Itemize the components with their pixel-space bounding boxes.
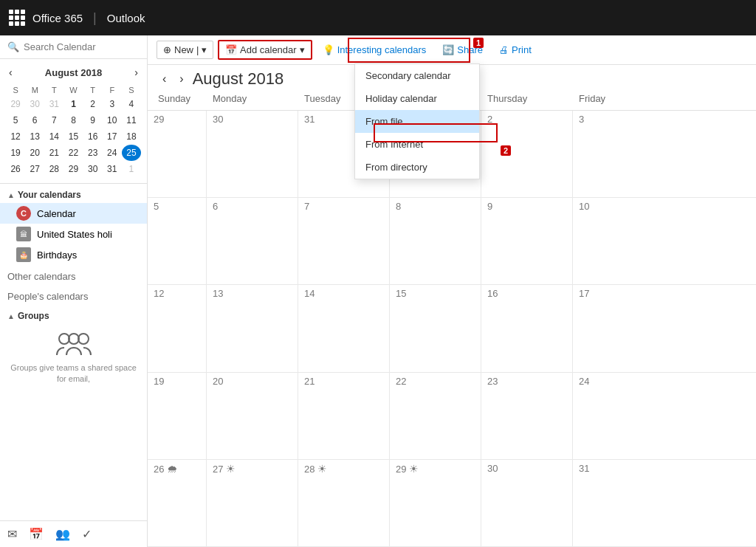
mini-day[interactable]: 28	[44, 161, 63, 177]
mini-day[interactable]: 15	[63, 128, 83, 145]
mini-day[interactable]: 13	[25, 128, 44, 145]
people-nav-icon[interactable]: 👥	[55, 527, 70, 541]
search-input[interactable]	[24, 41, 140, 52]
mini-day[interactable]: 27	[25, 161, 44, 177]
calendar-item-us-holidays[interactable]: 🏛 United States holi	[0, 224, 147, 244]
cal-cell[interactable]: 27☀	[207, 460, 298, 546]
mini-cal-next[interactable]: ›	[131, 65, 141, 80]
add-calendar-dropdown: Secondary calendar Holiday calendar From…	[354, 63, 480, 179]
mail-nav-icon[interactable]: ✉	[7, 527, 17, 541]
groups-header[interactable]: ▲ Groups	[0, 305, 147, 324]
mini-day[interactable]: 11	[122, 112, 141, 128]
mini-day[interactable]: 19	[6, 145, 25, 161]
dropdown-from-file[interactable]: From file	[355, 110, 479, 133]
dropdown-from-internet[interactable]: From Internet	[355, 133, 479, 156]
mini-day[interactable]: 24	[103, 145, 122, 161]
calendar-icon-sq: 🏛	[16, 227, 31, 241]
mini-day[interactable]: 6	[25, 112, 44, 128]
peoples-calendars-header[interactable]: People's calendars	[0, 285, 147, 305]
cal-cell[interactable]: 30	[207, 111, 298, 197]
mini-day[interactable]: 2	[83, 96, 103, 112]
other-calendars-header[interactable]: Other calendars	[0, 265, 147, 285]
search-bar[interactable]: 🔍	[0, 35, 147, 59]
mini-day[interactable]: 14	[44, 128, 63, 145]
day-header-sunday: Sunday	[148, 90, 207, 107]
mini-day[interactable]: 3	[103, 96, 122, 112]
mini-day[interactable]: 29	[63, 161, 83, 177]
cal-cell[interactable]: 2	[481, 111, 573, 197]
dropdown-secondary-calendar[interactable]: Secondary calendar	[355, 64, 479, 87]
mini-day[interactable]: 20	[25, 145, 44, 161]
mini-day[interactable]: 23	[83, 145, 103, 161]
day-header-t: T	[44, 84, 63, 96]
cal-cell[interactable]: 12	[148, 285, 207, 371]
mini-day[interactable]: 31	[103, 161, 122, 177]
calendar-nav-icon[interactable]: 📅	[29, 527, 44, 541]
cal-next-arrow[interactable]: ›	[175, 71, 188, 87]
mini-day[interactable]: 31	[44, 96, 63, 112]
main-content: ⊕ New | ▾ 📅 Add calendar ▾ 1 💡 Interesti…	[148, 35, 756, 547]
cal-row-2: 5 6 7 8 9 10	[148, 198, 756, 285]
cal-cell[interactable]: 13	[207, 285, 298, 371]
mini-day[interactable]: 17	[103, 128, 122, 145]
cal-cell[interactable]: 20	[207, 373, 298, 459]
cal-cell[interactable]: 6	[207, 198, 298, 284]
waffle-icon[interactable]	[9, 10, 25, 26]
new-button[interactable]: ⊕ New | ▾	[157, 41, 213, 59]
mini-day[interactable]: 8	[63, 112, 83, 128]
mini-day[interactable]: 10	[103, 112, 122, 128]
mini-day[interactable]: 4	[122, 96, 141, 112]
mini-day[interactable]: 18	[122, 128, 141, 145]
mini-day[interactable]: 26	[6, 161, 25, 177]
mini-day[interactable]: 7	[44, 112, 63, 128]
cal-cell[interactable]: 3	[573, 111, 664, 197]
dropdown-holiday-calendar[interactable]: Holiday calendar	[355, 87, 479, 110]
mini-day[interactable]: 12	[6, 128, 25, 145]
tasks-nav-icon[interactable]: ✓	[82, 527, 92, 541]
cal-cell[interactable]: 26🌧	[148, 460, 207, 546]
cal-cell[interactable]: 29	[148, 111, 207, 197]
mini-day[interactable]: 1	[122, 161, 141, 177]
cal-cell[interactable]: 28☀	[298, 460, 390, 546]
mini-day[interactable]: 5	[6, 112, 25, 128]
cal-cell[interactable]: 17	[573, 285, 664, 371]
cal-cell[interactable]: 8	[390, 198, 481, 284]
cal-prev-arrow[interactable]: ‹	[158, 71, 171, 87]
cal-cell[interactable]: 22	[390, 373, 481, 459]
cal-cell[interactable]: 5	[148, 198, 207, 284]
mini-day-today[interactable]: 25	[122, 145, 141, 161]
mini-day[interactable]: 16	[83, 128, 103, 145]
your-calendars-header[interactable]: ▲ Your calendars	[0, 184, 147, 203]
cal-cell[interactable]: 21	[298, 373, 390, 459]
cal-cell[interactable]: 10	[573, 198, 664, 284]
cal-cell[interactable]: 14	[298, 285, 390, 371]
mini-day[interactable]: 1	[63, 96, 83, 112]
cal-cell[interactable]: 30	[481, 460, 573, 546]
print-button[interactable]: 🖨 Print	[493, 41, 537, 58]
cal-cell[interactable]: 24	[573, 373, 664, 459]
svg-point-1	[78, 334, 89, 344]
dropdown-from-directory[interactable]: From directory	[355, 156, 479, 179]
cal-cell[interactable]: 16	[481, 285, 573, 371]
cal-cell[interactable]: 29☀	[390, 460, 481, 546]
mini-cal-prev[interactable]: ‹	[6, 65, 16, 80]
print-icon: 🖨	[499, 44, 509, 55]
share-button[interactable]: 🔄 Share	[436, 41, 489, 58]
calendar-item-birthdays[interactable]: 🎂 Birthdays	[0, 244, 147, 265]
mini-day[interactable]: 29	[6, 96, 25, 112]
add-calendar-button[interactable]: 📅 Add calendar ▾	[218, 40, 312, 60]
interesting-calendars-button[interactable]: 💡 Interesting calendars	[317, 41, 433, 58]
mini-day[interactable]: 9	[83, 112, 103, 128]
mini-day[interactable]: 22	[63, 145, 83, 161]
add-calendar-dropdown-icon: ▾	[300, 44, 305, 55]
mini-day[interactable]: 30	[25, 96, 44, 112]
cal-cell[interactable]: 19	[148, 373, 207, 459]
mini-day[interactable]: 30	[83, 161, 103, 177]
cal-cell[interactable]: 23	[481, 373, 573, 459]
cal-cell[interactable]: 31	[573, 460, 664, 546]
calendar-item-calendar[interactable]: C Calendar	[0, 203, 147, 224]
cal-cell[interactable]: 9	[481, 198, 573, 284]
cal-cell[interactable]: 15	[390, 285, 481, 371]
mini-day[interactable]: 21	[44, 145, 63, 161]
cal-cell[interactable]: 7	[298, 198, 390, 284]
